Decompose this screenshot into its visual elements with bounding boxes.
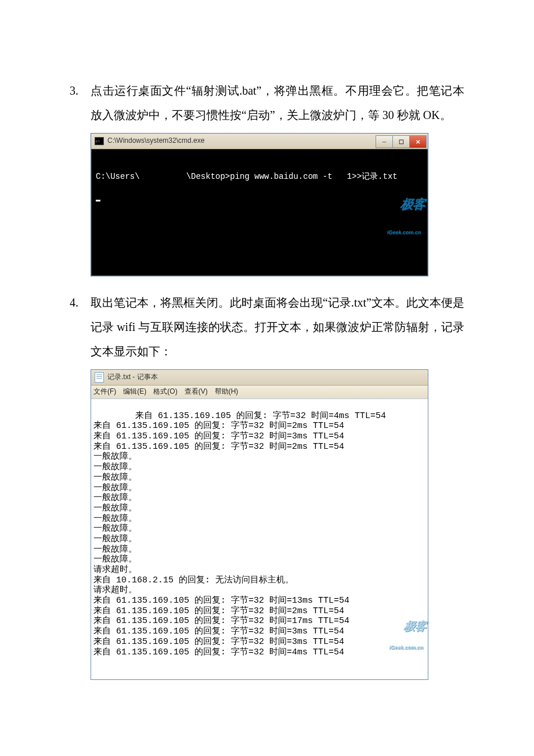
watermark-sub: iGeek.com.cn	[374, 645, 424, 651]
notepad-screenshot: 记录.txt - 记事本 文件(F) 编辑(E) 格式(O) 查看(V) 帮助(…	[91, 369, 464, 680]
watermark-sub: iGeek.com.cn	[366, 229, 421, 237]
window-buttons: ─ ☐ ✕	[376, 135, 427, 147]
list-text-3: 点击运行桌面文件“辐射测试.bat”，将弹出黑框。不用理会它。把笔记本放入微波炉…	[91, 78, 464, 127]
menu-file[interactable]: 文件(F)	[93, 384, 116, 399]
cmd-icon	[95, 137, 104, 145]
watermark-main: 极客	[399, 197, 426, 211]
notepad-body[interactable]: 来自 61.135.169.105 的回复: 字节=32 时间=4ms TTL=…	[91, 399, 428, 679]
menu-format[interactable]: 格式(O)	[153, 384, 177, 399]
cmd-cursor	[96, 200, 100, 201]
menu-edit[interactable]: 编辑(E)	[123, 384, 146, 399]
cmd-window: C:\Windows\system32\cmd.exe ─ ☐ ✕ C:\Use…	[91, 133, 428, 276]
notepad-titlebar: 记录.txt - 记事本	[91, 370, 428, 386]
cmd-prompt-prefix: C:\Users\	[96, 172, 140, 181]
list-item-4: 4. 取出笔记本，将黑框关闭。此时桌面将会出现“记录.txt”文本。此文本便是记…	[70, 290, 464, 363]
watermark-igeekcn: 极客 iGeek.com.cn	[371, 606, 430, 678]
menu-view[interactable]: 查看(V)	[185, 384, 208, 399]
cmd-body: C:\Users\\Desktop>ping www.baidu.com -t …	[91, 149, 428, 276]
close-button[interactable]: ✕	[409, 135, 427, 148]
menu-help[interactable]: 帮助(H)	[215, 384, 239, 399]
notepad-window: 记录.txt - 记事本 文件(F) 编辑(E) 格式(O) 查看(V) 帮助(…	[91, 369, 428, 680]
watermark-igeekcn: 极客 iGeek.com.cn	[361, 178, 428, 272]
maximize-button[interactable]: ☐	[392, 135, 409, 148]
list-text-4: 取出笔记本，将黑框关闭。此时桌面将会出现“记录.txt”文本。此文本便是记录 w…	[91, 290, 464, 363]
watermark-main: 极客	[403, 620, 427, 632]
cmd-titlebar: C:\Windows\system32\cmd.exe ─ ☐ ✕	[91, 134, 428, 149]
minimize-button[interactable]: ─	[376, 135, 392, 148]
notepad-menubar: 文件(F) 编辑(E) 格式(O) 查看(V) 帮助(H)	[91, 386, 428, 399]
cmd-command: \Desktop>ping www.baidu.com -t 1>>记录.txt	[186, 172, 398, 181]
list-number-3: 3.	[70, 78, 91, 127]
cmd-line: C:\Users\\Desktop>ping www.baidu.com -t …	[96, 171, 423, 183]
list-number-4: 4.	[70, 290, 91, 363]
notepad-title-text: 记录.txt - 记事本	[107, 370, 158, 384]
list-item-3: 3. 点击运行桌面文件“辐射测试.bat”，将弹出黑框。不用理会它。把笔记本放入…	[70, 78, 464, 127]
notepad-icon	[95, 372, 104, 383]
document-page: 3. 点击运行桌面文件“辐射测试.bat”，将弹出黑框。不用理会它。把笔记本放入…	[0, 0, 534, 756]
cmd-screenshot: C:\Windows\system32\cmd.exe ─ ☐ ✕ C:\Use…	[91, 133, 464, 276]
cmd-title-text: C:\Windows\system32\cmd.exe	[107, 134, 376, 148]
redacted-username	[140, 173, 186, 180]
